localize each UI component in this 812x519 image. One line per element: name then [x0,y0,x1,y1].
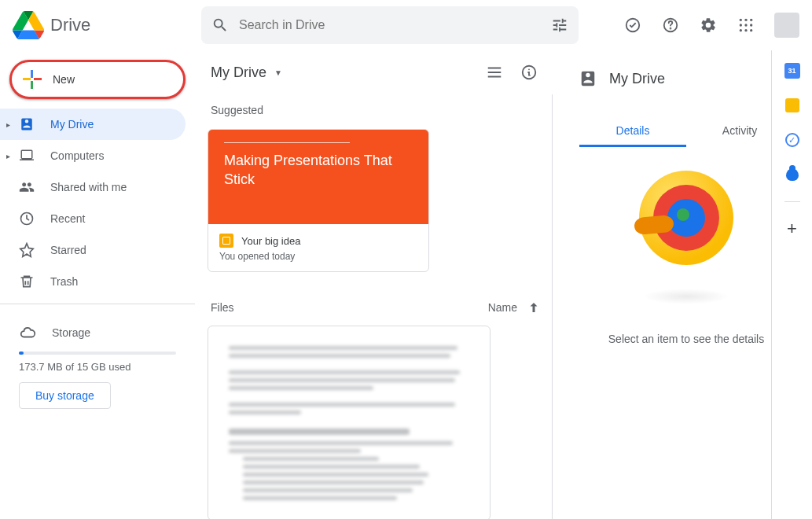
content-header: My Drive ▼ [208,50,548,94]
app-header: Drive [0,0,812,50]
breadcrumb-label: My Drive [211,64,266,81]
files-header: Files Name [211,300,541,315]
svg-point-8 [750,24,752,26]
buy-storage-button[interactable]: Buy storage [19,382,111,409]
search-options-icon[interactable] [550,16,569,35]
sort-arrow-icon[interactable] [527,300,541,315]
search-bar[interactable] [201,6,579,44]
search-icon [211,16,230,35]
star-icon [19,242,35,258]
suggested-subtitle: You opened today [219,251,417,262]
file-card[interactable] [208,326,491,519]
breadcrumb[interactable]: My Drive ▼ [211,64,282,81]
keep-addon[interactable] [784,98,800,113]
expand-icon[interactable]: ▸ [6,120,13,129]
shared-icon [19,179,35,195]
svg-point-10 [744,29,747,31]
svg-point-4 [744,18,747,20]
sort-label[interactable]: Name [488,301,517,314]
header-actions [617,9,806,41]
svg-point-3 [740,18,742,20]
list-view-button[interactable] [479,57,510,88]
computers-icon [19,148,35,164]
chevron-down-icon: ▼ [274,68,282,77]
settings-icon[interactable] [693,9,724,41]
contacts-addon[interactable] [784,167,800,182]
svg-point-7 [744,24,747,26]
sidebar-item-label: Starred [50,244,86,256]
recent-icon [19,211,35,226]
details-title: My Drive [609,71,752,87]
files-label: Files [211,301,234,314]
storage-meter [19,352,176,355]
side-panel-rail: + [771,50,812,519]
sidebar-item-starred[interactable]: Starred [0,234,186,266]
contacts-icon [786,168,799,181]
suggested-thumb-text: Making Presentations That Stick [224,151,413,190]
get-addons-button[interactable]: + [784,221,800,237]
sidebar-item-shared[interactable]: Shared with me [0,171,186,203]
apps-icon[interactable] [730,9,762,41]
drive-logo-icon [13,9,44,41]
my-drive-icon [579,70,597,87]
svg-point-5 [750,18,752,20]
slides-icon [219,234,233,248]
my-drive-icon [19,116,35,132]
storage-label: Storage [52,326,90,339]
details-illustration [639,171,733,265]
suggested-heading: Suggested [211,104,541,116]
search-input[interactable] [239,18,541,32]
suggested-title: Your big idea [241,235,300,247]
tasks-addon[interactable] [784,132,800,148]
sidebar-item-recent[interactable]: Recent [0,203,186,234]
ready-offline-icon[interactable] [617,9,648,41]
new-button[interactable]: New [9,60,186,99]
keep-icon [785,98,799,112]
sidebar-item-label: My Drive [50,118,94,131]
sidebar-item-storage[interactable]: Storage [19,317,176,348]
sidebar-item-my-drive[interactable]: ▸ My Drive [0,109,186,140]
expand-icon[interactable]: ▸ [6,152,13,160]
storage-usage-text: 173.7 MB of 15 GB used [19,361,176,373]
details-empty-message: Select an item to see the details [608,333,764,345]
svg-point-9 [740,29,742,31]
sidebar-item-label: Recent [50,212,85,225]
svg-point-2 [671,28,671,28]
main-area: My Drive ▼ Suggested Maki [195,50,812,519]
tab-details[interactable]: Details [579,116,686,147]
view-details-button[interactable] [513,57,545,88]
sidebar-item-label: Trash [50,275,78,288]
new-button-label: New [53,73,75,86]
sidebar-item-computers[interactable]: ▸ Computers [0,140,186,171]
suggested-card[interactable]: Making Presentations That Stick Your big… [208,129,429,272]
sidebar-item-trash[interactable]: Trash [0,266,186,297]
suggested-thumbnail: Making Presentations That Stick [208,130,428,224]
trash-icon [19,274,35,289]
calendar-icon [784,63,800,79]
svg-point-6 [740,24,742,26]
app-name: Drive [50,15,90,35]
support-icon[interactable] [655,9,686,41]
sidebar-item-label: Shared with me [50,181,127,193]
logo-section[interactable]: Drive [6,9,201,41]
details-tabs: Details Activity [579,116,793,147]
sidebar: New ▸ My Drive ▸ Computers Shared with m… [0,50,195,519]
calendar-addon[interactable] [784,63,800,79]
account-avatar[interactable] [774,13,799,38]
plus-icon [23,70,42,89]
svg-point-11 [750,29,752,31]
cloud-icon [19,324,36,341]
sidebar-item-label: Computers [50,149,104,162]
tasks-icon [785,133,799,147]
